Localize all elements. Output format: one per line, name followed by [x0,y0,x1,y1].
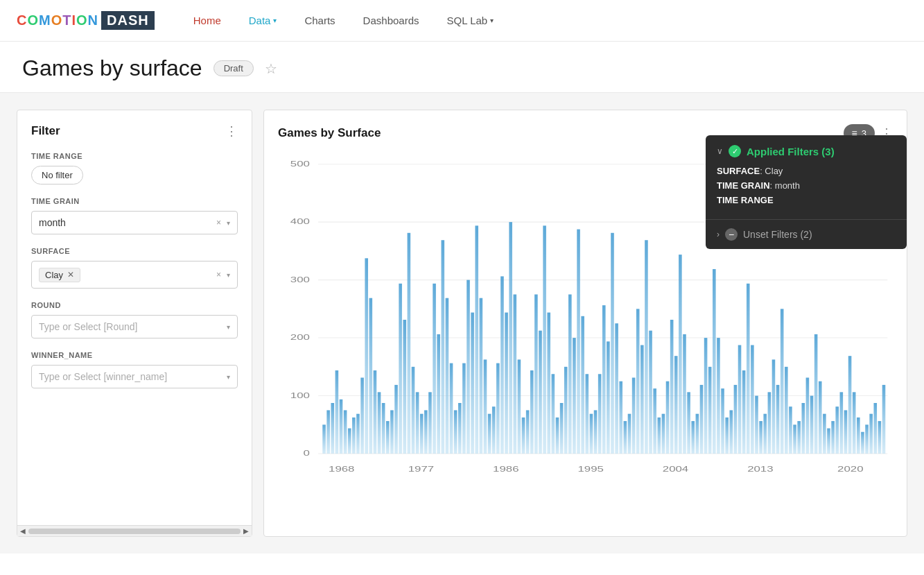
svg-rect-29 [365,258,368,454]
svg-rect-30 [369,298,373,454]
svg-rect-118 [742,370,746,454]
draft-badge[interactable]: Draft [213,60,254,76]
svg-rect-46 [437,334,440,454]
svg-rect-84 [598,374,602,454]
time-grain-dropdown-icon[interactable]: ▾ [227,219,230,227]
filter-header: Filter ⋮ [31,124,238,138]
scroll-right-arrow[interactable]: ▶ [243,527,249,535]
scroll-left-arrow[interactable]: ◀ [20,527,26,535]
filter-panel-title: Filter [31,124,60,138]
svg-rect-106 [691,421,695,454]
page-header: Games by surface Draft ☆ [0,42,924,93]
svg-rect-71 [543,225,546,454]
svg-rect-48 [446,298,449,454]
svg-rect-151 [882,385,886,454]
tooltip-collapse-icon[interactable]: ∨ [717,146,723,156]
svg-rect-122 [759,421,762,454]
svg-rect-56 [480,298,483,454]
round-select[interactable]: Type or Select [Round] ▾ [31,315,238,338]
svg-rect-35 [390,410,394,454]
svg-text:1986: 1986 [493,465,518,474]
filter-section-winner-name: WINNER_NAME Type or Select [winner_name]… [31,351,238,388]
svg-rect-128 [785,367,788,454]
round-label: ROUND [31,301,238,309]
svg-rect-93 [636,309,640,454]
svg-rect-99 [662,414,665,454]
svg-rect-148 [869,414,873,454]
time-grain-label: TIME GRAIN [31,197,238,205]
surface-dropdown-icon[interactable]: ▾ [227,271,230,279]
svg-rect-60 [496,363,500,454]
nav-link-dashboards[interactable]: Dashboards [352,9,430,32]
tooltip-applied-section: ∨ ✓ Applied Filters (3) SURFACE: Clay TI… [706,135,907,219]
svg-rect-90 [624,421,627,454]
svg-rect-142 [844,410,848,454]
winner-name-label: WINNER_NAME [31,351,238,359]
winner-name-dropdown-icon[interactable]: ▾ [227,373,230,381]
svg-rect-145 [857,418,860,454]
svg-rect-82 [590,414,593,454]
filter-tooltip: ∨ ✓ Applied Filters (3) SURFACE: Clay TI… [706,135,907,249]
round-dropdown-icon[interactable]: ▾ [227,323,230,331]
svg-rect-78 [573,338,576,454]
svg-rect-69 [534,294,538,454]
svg-rect-53 [467,280,470,454]
no-filter-button[interactable]: No filter [31,166,83,184]
svg-rect-91 [628,414,631,454]
svg-rect-96 [649,331,652,454]
svg-rect-88 [615,323,618,454]
svg-rect-102 [674,356,678,454]
logo-dash: DASH [101,11,155,30]
svg-rect-121 [755,396,758,454]
svg-rect-117 [738,345,742,454]
svg-rect-28 [360,377,364,454]
svg-rect-19 [322,424,326,454]
scroll-thumb[interactable] [28,529,241,534]
svg-text:1977: 1977 [408,465,434,474]
svg-rect-52 [462,363,466,454]
surface-select[interactable]: Clay ✕ × ▾ [31,261,238,289]
svg-rect-42 [420,414,424,454]
svg-rect-131 [797,421,801,454]
surface-clear-icon[interactable]: × [216,270,221,280]
svg-rect-25 [348,429,351,454]
svg-text:0: 0 [304,449,310,458]
svg-rect-24 [344,410,347,454]
star-icon[interactable]: ☆ [265,60,277,77]
tooltip-unset-section: › − Unset Filters (2) [706,220,907,249]
chart-panel: Games by Surface ≡ 3 ⋮ ∨ ✓ Applied Filte… [263,110,907,537]
svg-rect-132 [801,403,805,454]
nav-link-data[interactable]: Data ▾ [238,9,288,32]
svg-rect-27 [356,414,360,454]
nav-link-charts[interactable]: Charts [293,9,346,32]
filter-scrollbar[interactable]: ◀ ▶ [17,525,252,536]
tooltip-applied-title: Applied Filters (3) [747,146,835,157]
tooltip-expand-unset-icon[interactable]: › [717,230,720,239]
chart-title: Games by Surface [278,126,381,140]
svg-rect-136 [819,381,822,454]
filter-section-surface: SURFACE Clay ✕ × ▾ [31,247,238,289]
svg-rect-124 [768,392,772,454]
svg-rect-50 [454,410,457,454]
nav-links: Home Data ▾ Charts Dashboards SQL Lab ▾ [182,9,505,32]
nav-link-sqllab[interactable]: SQL Lab ▾ [436,9,505,32]
filter-more-options-button[interactable]: ⋮ [225,125,238,137]
time-grain-clear-icon[interactable]: × [216,218,221,228]
svg-rect-140 [835,406,839,454]
nav-link-home[interactable]: Home [182,9,232,32]
svg-rect-116 [734,385,738,454]
svg-rect-80 [581,316,584,454]
svg-rect-45 [433,284,436,454]
svg-rect-87 [611,233,614,454]
svg-rect-63 [509,222,512,454]
svg-rect-139 [831,421,835,454]
time-grain-select[interactable]: month × ▾ [31,211,238,234]
svg-rect-68 [530,370,534,454]
svg-rect-81 [586,374,589,454]
svg-rect-108 [700,385,704,454]
surface-label: SURFACE [31,247,238,255]
svg-rect-74 [556,418,559,454]
surface-tag-clay-remove[interactable]: ✕ [67,270,74,280]
winner-name-select[interactable]: Type or Select [winner_name] ▾ [31,365,238,388]
svg-text:2004: 2004 [663,465,688,474]
